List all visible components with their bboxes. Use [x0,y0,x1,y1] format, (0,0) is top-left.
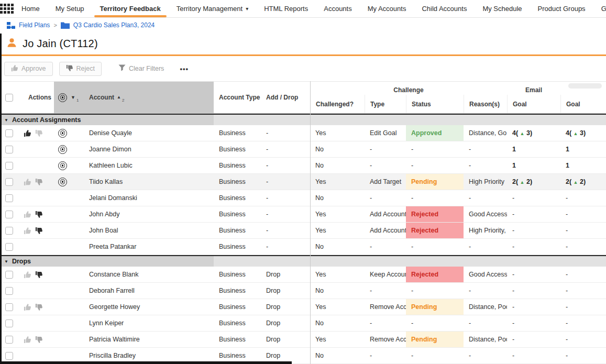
reject-button[interactable]: Reject [59,62,102,76]
clear-filters-button[interactable]: Clear Filters [112,62,170,76]
goal-challenge-cell: 2 ( ▲ 2) [507,174,560,190]
breadcrumb: Field Plans > Q3 Cardio Sales Plan3, 202… [0,18,606,32]
row-checkbox[interactable] [5,287,13,295]
thumbs-up-button[interactable] [24,178,31,186]
tab-my-setup[interactable]: My Setup [48,0,92,17]
actions-cell [20,299,54,315]
thumbs-up-button[interactable] [24,211,31,218]
account-cell: Tiido Kallas [84,174,214,190]
page-title: Jo Jain (CT112) [23,38,98,50]
actions-cell [20,239,54,255]
thumbs-down-button[interactable] [35,303,43,311]
tab-my-schedule[interactable]: My Schedule [475,0,530,17]
tab-global-acco[interactable]: Global Acco [593,0,606,17]
checkbox-cell [0,283,20,299]
row-checkbox[interactable] [5,336,13,344]
add-drop-cell: - [261,190,310,206]
account-type-cell: Business [214,239,261,255]
add-drop-cell: - [261,239,310,255]
account-cell: Kathleen Lubic [84,158,214,173]
challenged-cell: Yes [310,223,365,238]
thumbs-down-button[interactable] [35,336,43,344]
bottom-scrollbar[interactable] [0,361,292,364]
thumbs-up-button[interactable] [24,271,31,279]
account-column-header[interactable]: Account ▲ 2 [84,82,214,113]
breadcrumb-current-link[interactable]: Q3 Cardio Sales Plan3, 2024 [73,21,155,29]
add-drop-cell: - [261,223,310,238]
tab-my-accounts[interactable]: My Accounts [360,0,414,17]
tab-child-accounts[interactable]: Child Accounts [414,0,475,17]
row-checkbox[interactable] [5,319,13,327]
row-checkbox[interactable] [5,211,13,218]
chevron-down-icon: ▼ [71,95,75,100]
reasons-cell: Distance, Go... [464,125,507,141]
approve-button[interactable]: Approve [4,62,53,76]
tab-territory-feedback[interactable]: Territory Feedback [92,0,169,17]
waffle-icon [0,4,14,14]
row-checkbox[interactable] [5,178,13,186]
account-cell: John Boal [84,223,214,238]
sort-rank: 2 [122,98,124,103]
thumbs-down-button[interactable] [35,129,43,137]
challenge-type-cell: Keep Account... [365,267,406,282]
thumbs-up-button[interactable] [24,303,31,311]
tab-home[interactable]: Home [14,0,48,17]
row-checkbox[interactable] [5,271,13,279]
thumbs-up-button[interactable] [24,129,31,137]
challenged-cell: No [310,239,365,255]
thumbs-down-button[interactable] [35,211,43,218]
challenged-cell: Yes [310,125,365,141]
tab-label: Global Acco [601,5,606,13]
row-checkbox[interactable] [5,129,13,137]
sort-asc-icon: ▲ [117,95,121,100]
tab-territory-management[interactable]: Territory Management▾ [169,0,256,17]
row-checkbox[interactable] [5,243,13,251]
add-drop-cell: Drop [261,283,310,299]
actions-cell [20,315,54,331]
target-column-header[interactable]: ▼ 1 [54,82,84,113]
section-header-account-assignments[interactable]: ▼Account Assignments [0,114,606,125]
add-drop-column-header[interactable]: Add / Drop [261,82,310,113]
type-column-header[interactable]: Type [365,95,406,113]
row-checkbox[interactable] [5,303,13,311]
goal-challenge-column-header[interactable]: Goal [507,95,560,113]
target-cell [54,223,84,238]
challenged-column-header[interactable]: Challenged? [310,95,365,113]
section-header-drops[interactable]: ▼Drops [0,255,606,267]
more-options-button[interactable]: ••• [177,65,192,73]
challenge-type-cell: Add Account [365,206,406,222]
thumbs-up-button[interactable] [24,227,31,235]
table-row: Deborah FarrellBusinessDropNo----- [0,283,606,299]
challenge-type-cell: Add Target [365,174,406,190]
section-label: Account Assignments [12,116,81,124]
goal-email-column-header[interactable]: Goal [560,95,606,113]
tab-product-groups[interactable]: Product Groups [530,0,593,17]
row-checkbox[interactable] [5,227,13,235]
status-column-header[interactable]: Status [406,95,464,113]
target-cell [54,125,84,141]
actions-cell [20,206,54,222]
reasons-column-header[interactable]: Reason(s) [464,95,507,113]
row-checkbox[interactable] [5,146,13,153]
breadcrumb-root-link[interactable]: Field Plans [19,21,50,29]
app-launcher-button[interactable] [0,0,14,17]
select-all-checkbox[interactable] [5,94,13,102]
thumbs-down-button[interactable] [35,271,43,279]
collapse-caret-icon: ▼ [4,259,8,264]
challenge-type-cell: - [365,158,406,173]
tab-accounts[interactable]: Accounts [316,0,359,17]
add-drop-cell: - [261,125,310,141]
thumbs-down-button[interactable] [35,227,43,235]
tab-html-reports[interactable]: HTML Reports [256,0,316,17]
table-row: Lynn KeiperBusinessDropNo----- [0,315,606,332]
thumbs-up-button[interactable] [24,336,31,344]
row-checkbox[interactable] [5,194,13,202]
actions-cell [20,190,54,206]
account-type-column-header[interactable]: Account Type [214,82,261,113]
thumbs-down-button[interactable] [35,178,43,186]
challenge-type-cell: - [365,141,406,157]
row-checkbox[interactable] [5,352,13,360]
horizontal-scrollbar-thumb[interactable] [568,83,602,89]
target-cell [54,239,84,255]
row-checkbox[interactable] [5,162,13,170]
